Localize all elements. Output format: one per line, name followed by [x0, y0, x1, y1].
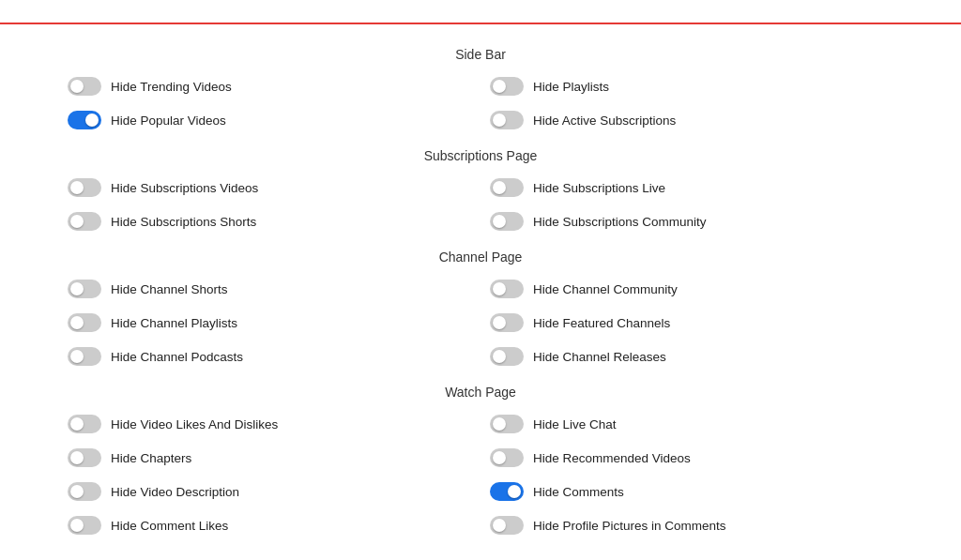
toggle-row-hide-featured-channels: Hide Featured Channels [480, 308, 903, 338]
toggle-row-hide-subscriptions-community: Hide Subscriptions Community [480, 206, 903, 236]
section-grid-sidebar: Hide Trending VideosHide PlaylistsHide P… [58, 71, 903, 135]
toggle-hide-video-likes-dislikes[interactable] [68, 415, 101, 433]
toggle-label-hide-video-likes-dislikes: Hide Video Likes And Dislikes [111, 417, 278, 431]
toggle-hide-recommended-videos[interactable] [490, 448, 524, 467]
section-title-subscriptions-page: Subscriptions Page [28, 148, 933, 163]
toggle-row-hide-playlists: Hide Playlists [480, 71, 903, 101]
toggle-label-hide-playlists: Hide Playlists [533, 80, 609, 94]
toggle-hide-subscriptions-community[interactable] [490, 212, 524, 231]
toggle-label-hide-subscriptions-live: Hide Subscriptions Live [533, 181, 665, 195]
toggle-row-hide-video-description: Hide Video Description [58, 477, 480, 507]
toggle-label-hide-subscriptions-shorts: Hide Subscriptions Shorts [111, 215, 256, 229]
toggle-label-hide-comments: Hide Comments [533, 485, 624, 499]
toggle-hide-playlists[interactable] [490, 77, 524, 96]
content-area: Side BarHide Trending VideosHide Playlis… [0, 24, 961, 559]
toggle-hide-chapters[interactable] [68, 448, 101, 467]
toggle-hide-subscriptions-shorts[interactable] [68, 212, 101, 231]
toggle-hide-live-chat[interactable] [490, 415, 524, 433]
toggle-hide-channel-shorts[interactable] [68, 280, 101, 298]
toggle-row-hide-subscriptions-shorts: Hide Subscriptions Shorts [58, 206, 480, 236]
toggle-row-hide-recommended-videos: Hide Recommended Videos [480, 443, 903, 473]
toggle-hide-channel-community[interactable] [490, 280, 524, 298]
toggle-row-hide-trending-videos: Hide Trending Videos [58, 71, 480, 101]
toggle-hide-popular-videos[interactable] [68, 111, 101, 129]
toggle-label-hide-recommended-videos: Hide Recommended Videos [533, 451, 691, 465]
section-grid-channel-page: Hide Channel ShortsHide Channel Communit… [58, 274, 903, 371]
toggle-label-hide-live-chat: Hide Live Chat [533, 417, 617, 431]
toggle-row-hide-video-likes-dislikes: Hide Video Likes And Dislikes [58, 409, 480, 439]
toggle-row-hide-channel-releases: Hide Channel Releases [480, 341, 903, 371]
toggle-label-hide-comment-likes: Hide Comment Likes [111, 519, 228, 533]
toggle-label-hide-channel-podcasts: Hide Channel Podcasts [111, 350, 243, 364]
toggle-row-hide-popular-videos: Hide Popular Videos [58, 105, 480, 135]
toggle-label-hide-trending-videos: Hide Trending Videos [111, 80, 232, 94]
toggle-hide-subscriptions-live[interactable] [490, 178, 524, 197]
toggle-label-hide-chapters: Hide Chapters [111, 451, 191, 465]
section-title-sidebar: Side Bar [28, 47, 933, 62]
toggle-row-hide-live-chat: Hide Live Chat [480, 409, 903, 439]
toggle-label-hide-channel-community: Hide Channel Community [533, 282, 678, 296]
toggle-label-hide-channel-shorts: Hide Channel Shorts [111, 282, 228, 296]
toggle-hide-profile-pictures-in-comments[interactable] [490, 516, 524, 535]
section-grid-subscriptions-page: Hide Subscriptions VideosHide Subscripti… [58, 173, 903, 236]
toggle-label-hide-video-description: Hide Video Description [111, 485, 239, 499]
toggle-row-hide-channel-podcasts: Hide Channel Podcasts [58, 341, 480, 371]
toggle-row-hide-channel-community: Hide Channel Community [480, 274, 903, 304]
settings-container: Side BarHide Trending VideosHide Playlis… [0, 0, 961, 560]
toggle-label-hide-active-subscriptions: Hide Active Subscriptions [533, 114, 676, 128]
toggle-hide-active-subscriptions[interactable] [490, 111, 524, 129]
section-grid-watch-page: Hide Video Likes And DislikesHide Live C… [58, 409, 903, 540]
toggle-hide-channel-podcasts[interactable] [68, 347, 101, 366]
toggle-row-hide-subscriptions-live: Hide Subscriptions Live [480, 173, 903, 203]
toggle-hide-subscriptions-videos[interactable] [68, 178, 101, 197]
toggle-label-hide-channel-releases: Hide Channel Releases [533, 350, 666, 364]
toggle-hide-featured-channels[interactable] [490, 313, 524, 332]
toggle-row-hide-subscriptions-videos: Hide Subscriptions Videos [58, 173, 480, 203]
toggle-hide-trending-videos[interactable] [68, 77, 101, 96]
toggle-row-hide-profile-pictures-in-comments: Hide Profile Pictures in Comments [480, 510, 903, 540]
toggle-hide-comment-likes[interactable] [68, 516, 101, 535]
toggle-label-hide-profile-pictures-in-comments: Hide Profile Pictures in Comments [533, 519, 726, 533]
toggle-hide-video-description[interactable] [68, 482, 101, 501]
toggle-label-hide-channel-playlists: Hide Channel Playlists [111, 316, 237, 330]
toggle-row-hide-active-subscriptions: Hide Active Subscriptions [480, 105, 903, 135]
toggle-row-hide-comments: Hide Comments [480, 477, 903, 507]
toggle-label-hide-featured-channels: Hide Featured Channels [533, 316, 670, 330]
toggle-row-hide-comment-likes: Hide Comment Likes [58, 510, 480, 540]
section-title-watch-page: Watch Page [28, 385, 933, 400]
section-title-channel-page: Channel Page [28, 250, 933, 265]
toggle-row-hide-chapters: Hide Chapters [58, 443, 480, 473]
toggle-hide-comments[interactable] [490, 482, 524, 501]
header [0, 0, 961, 24]
toggle-row-hide-channel-playlists: Hide Channel Playlists [58, 308, 480, 338]
toggle-row-hide-channel-shorts: Hide Channel Shorts [58, 274, 480, 304]
toggle-hide-channel-playlists[interactable] [68, 313, 101, 332]
toggle-label-hide-popular-videos: Hide Popular Videos [111, 114, 226, 128]
toggle-label-hide-subscriptions-videos: Hide Subscriptions Videos [111, 181, 258, 195]
toggle-label-hide-subscriptions-community: Hide Subscriptions Community [533, 215, 707, 229]
toggle-hide-channel-releases[interactable] [490, 347, 524, 366]
